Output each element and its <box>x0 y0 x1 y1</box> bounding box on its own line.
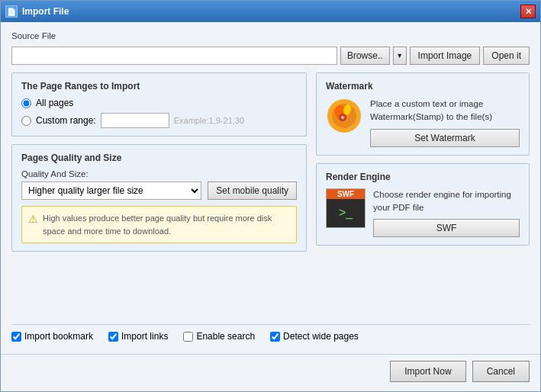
browse-dropdown-button[interactable]: ▼ <box>393 47 407 65</box>
all-pages-label: All pages <box>36 98 73 108</box>
watermark-body: Place a custom text or image Watermark(S… <box>326 98 520 147</box>
custom-range-row: Custom range: Example:1,9-21,30 <box>21 113 297 128</box>
page-ranges-box: The Page Ranges to Import All pages Cust… <box>11 72 307 137</box>
import-now-button[interactable]: Import Now <box>390 361 465 382</box>
import-links-label: Import links <box>121 331 168 342</box>
dialog-content: Source File Browse.. ▼ Import Image Open… <box>1 22 540 354</box>
custom-range-label: Custom range: <box>36 115 96 126</box>
titlebar-left: 📄 Import File <box>5 5 69 18</box>
titlebar: 📄 Import File ✕ <box>1 1 540 22</box>
cancel-button[interactable]: Cancel <box>472 361 530 382</box>
import-bookmark-label: Import bookmark <box>24 331 93 342</box>
source-file-label: Source File <box>11 31 530 40</box>
swf-icon: SWF >_ <box>326 188 365 228</box>
watermark-title: Watermark <box>326 81 520 92</box>
source-file-input[interactable] <box>11 47 337 65</box>
import-file-dialog: 📄 Import File ✕ Source File Browse.. ▼ I… <box>0 0 541 392</box>
import-links-checkbox[interactable] <box>108 332 118 342</box>
custom-range-input[interactable] <box>101 113 169 128</box>
watermark-box: Watermark <box>316 72 530 156</box>
quality-select[interactable]: Higher quality larger file size <box>21 182 201 200</box>
page-ranges-title: The Page Ranges to Import <box>21 81 297 92</box>
watermark-logo <box>326 98 362 134</box>
import-bookmark-item: Import bookmark <box>11 331 93 342</box>
close-button[interactable]: ✕ <box>520 5 536 18</box>
checkbox-bar: Import bookmark Import links Enable sear… <box>11 324 530 345</box>
watermark-desc: Place a custom text or image Watermark(S… <box>370 98 520 124</box>
quality-sublabel: Quality And Size: <box>21 169 297 178</box>
render-engine-title: Render Engine <box>326 172 520 182</box>
source-file-section: Source File Browse.. ▼ Import Image Open… <box>11 31 530 65</box>
footer-bar: Import Now Cancel <box>1 354 540 391</box>
quality-title: Pages Quality and Size <box>21 153 297 163</box>
quality-box: Pages Quality and Size Quality And Size:… <box>11 144 307 252</box>
browse-button[interactable]: Browse.. <box>340 47 390 65</box>
render-engine-box: Render Engine SWF >_ Choose render engin… <box>316 163 530 246</box>
import-bookmark-checkbox[interactable] <box>11 332 21 342</box>
mobile-quality-button[interactable]: Set mobile quality <box>208 182 297 200</box>
swf-terminal-icon: >_ <box>339 199 353 227</box>
warning-text: High values produce better page quality … <box>43 212 290 237</box>
enable-search-checkbox[interactable] <box>183 332 193 342</box>
detect-wide-checkbox[interactable] <box>270 332 280 342</box>
open-it-button[interactable]: Open it <box>483 47 530 65</box>
swf-top-label: SWF <box>327 189 365 199</box>
main-body: The Page Ranges to Import All pages Cust… <box>11 72 530 316</box>
quality-row: Higher quality larger file size Set mobi… <box>21 182 297 200</box>
enable-search-label: Enable search <box>196 331 255 342</box>
swf-engine-button[interactable]: SWF <box>373 219 520 237</box>
warning-icon: ⚠ <box>28 213 38 225</box>
window-title: Import File <box>22 6 69 17</box>
set-watermark-button[interactable]: Set Watermark <box>370 129 520 147</box>
all-pages-radio[interactable] <box>21 98 31 108</box>
left-panel: The Page Ranges to Import All pages Cust… <box>11 72 307 316</box>
import-image-button[interactable]: Import Image <box>410 47 481 65</box>
render-text-area: Choose render engine for importing your … <box>373 188 520 238</box>
right-panel: Watermark <box>316 72 530 316</box>
all-pages-row: All pages <box>21 98 297 108</box>
watermark-text-area: Place a custom text or image Watermark(S… <box>370 98 520 147</box>
window-icon: 📄 <box>5 5 18 18</box>
source-file-row: Browse.. ▼ Import Image Open it <box>11 47 530 65</box>
svg-point-6 <box>342 117 344 119</box>
detect-wide-label: Detect wide pages <box>283 331 359 342</box>
detect-wide-item: Detect wide pages <box>270 331 359 342</box>
warning-box: ⚠ High values produce better page qualit… <box>21 206 297 243</box>
import-links-item: Import links <box>108 331 168 342</box>
enable-search-item: Enable search <box>183 331 255 342</box>
render-body: SWF >_ Choose render engine for importin… <box>326 188 520 238</box>
range-example: Example:1,9-21,30 <box>174 116 244 125</box>
render-desc: Choose render engine for importing your … <box>373 188 520 215</box>
custom-range-radio[interactable] <box>21 116 31 126</box>
